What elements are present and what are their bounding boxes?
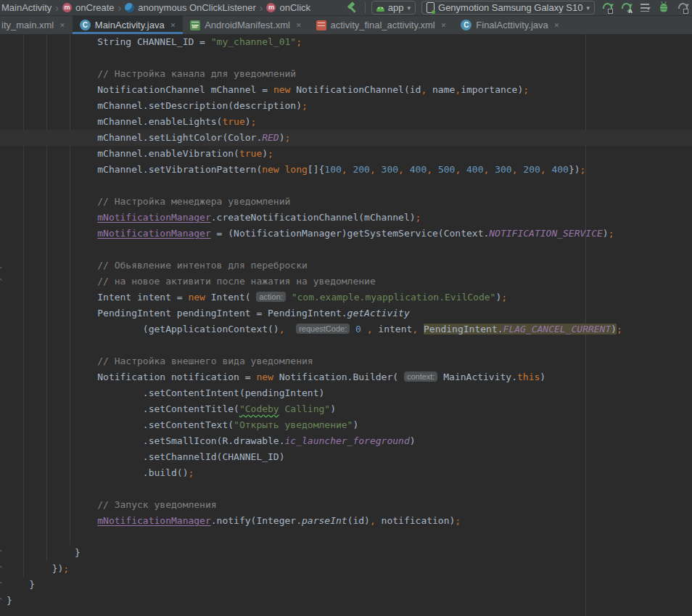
code-line[interactable]: mNotificationManager.createNotificationC… [0,210,692,226]
code-segment: new [273,84,290,95]
code-line[interactable]: mChannel.setDescription(description); [0,98,692,114]
code-line[interactable]: }); [0,561,692,577]
fold-marker-icon[interactable]: ⌃ [0,580,4,590]
tab-activity-main-xml[interactable]: ity_main.xml ✕ [0,16,73,34]
code-segment [350,324,355,334]
code-segment: mNotificationManager [97,228,211,239]
code-line[interactable]: PendingIntent pendingIntent = PendingInt… [0,305,692,321]
code-segment: , [398,164,404,175]
code-line[interactable]: // Настройка внешнего вида уведомления [0,353,692,369]
code-line[interactable]: .setSmallIcon(R.drawable.ic_launcher_for… [0,433,692,449]
code-line[interactable]: // Обьявление интентов для переброски [0,258,692,274]
breadcrumb-item-oncreate[interactable]: m onCreate [62,2,114,13]
build-button[interactable] [346,1,359,15]
code-line[interactable]: NotificationChannel mChannel = new Notif… [0,82,692,98]
breadcrumb-item-onclick[interactable]: m onClick [266,2,310,13]
code-line[interactable]: .setChannelId(CHANNEL_ID) [0,449,692,465]
breadcrumb-item-mainactivity[interactable]: MainActivity [1,2,52,13]
code-segment: ) [353,419,358,430]
tab-label: activity_final_acttivity.xml [331,20,435,30]
code-segment: .notify(Integer. [211,515,302,526]
debug-button[interactable] [657,1,670,15]
code-line[interactable]: } [0,593,692,609]
tab-finalacttivity-java[interactable]: C FinalActtivity.java ✕ [453,16,567,34]
code-segment: Intent intent = [97,292,188,303]
code-line[interactable] [0,337,692,353]
code-segment: , [427,164,432,175]
close-icon[interactable]: ✕ [170,22,176,29]
code-segment: ic_launcher_foreground [285,435,410,446]
profiler-button[interactable] [638,1,651,15]
code-line[interactable]: (getApplicationContext(), requestCode: 0… [0,321,692,337]
fold-marker-icon[interactable]: ⌃ [0,596,4,606]
code-line[interactable]: Notification notification = new Notifica… [0,369,692,385]
code-segment: ) [330,403,336,414]
editor-tab-bar: ity_main.xml ✕ C MainActivity.java ✕ MF … [0,16,692,34]
fold-marker-icon[interactable]: ⌃ [0,276,4,287]
code-line[interactable]: .setContentIntent(pendingIntent) [0,385,692,401]
attach-debugger-button[interactable] [676,1,689,15]
code-segment: mNotificationManager [97,212,211,223]
code-segment: }) [52,563,64,574]
close-icon[interactable]: ✕ [59,22,65,29]
close-icon[interactable]: ✕ [296,22,302,29]
code-line[interactable]: mChannel.enableLights(true); [0,114,692,130]
apply-changes-button[interactable] [601,1,614,15]
code-line[interactable]: // Настройка канала для уведомлений [0,66,692,82]
code-line[interactable]: mNotificationManager = (NotificationMana… [0,226,692,242]
code-line[interactable]: } [0,577,692,593]
editor[interactable]: String CHANNEL_ID = "my_channel_01"; // … [0,34,692,616]
apply-code-changes-button[interactable]: A [619,1,633,15]
code-line[interactable] [0,529,692,545]
code-segment: NotificationChannel(id [290,84,421,95]
code-segment [286,292,292,303]
code-segment: ; [188,467,194,478]
code-area[interactable]: String CHANNEL_ID = "my_channel_01"; // … [0,34,692,609]
code-segment: 100 [324,164,341,175]
close-icon[interactable]: ✕ [554,22,560,29]
fold-marker-icon[interactable]: ⌃ [0,548,4,558]
code-line[interactable] [0,481,692,497]
device-selector[interactable]: Genymotion Samsung Galaxy S10 ▾ [421,1,595,15]
close-icon[interactable]: ✕ [441,22,447,29]
code-line[interactable]: .build(); [0,465,692,481]
code-line[interactable]: .setContentTitle("Codeby Calling") [0,401,692,417]
code-line[interactable]: // на новое активити после нажатия на ув… [0,274,692,289]
android-studio-window: MainActivity › m onCreate › anonymous On… [0,0,692,616]
breadcrumb-item-anonymous-onclicklistener[interactable]: anonymous OnClickListener [125,2,256,13]
code-line[interactable]: Intent intent = new Intent( action: "com… [0,289,692,305]
fold-marker-icon[interactable]: ⌃ [0,564,4,574]
code-segment: new [262,164,279,175]
code-line[interactable]: String CHANNEL_ID = "my_channel_01"; [0,34,692,50]
code-line[interactable]: .setContentText("Открыть уведомление") [0,417,692,433]
code-line[interactable] [0,178,692,194]
code-line[interactable] [0,50,692,66]
parameter-hint-badge: action: [256,292,285,302]
code-line[interactable]: mNotificationManager.notify(Integer.pars… [0,513,692,529]
code-line[interactable]: } [0,545,692,561]
code-line[interactable]: // Запуск уведомления [0,497,692,513]
code-line[interactable]: // Настройка менеджера уведомлений [0,194,692,210]
breadcrumb-label: onClick [279,2,310,13]
code-segment: 200 [353,164,369,175]
run-configuration-selector[interactable]: app ▾ [371,1,416,15]
code-segment: long [285,164,308,175]
layout-xml-icon [316,20,326,30]
code-segment: new [256,371,273,382]
code-segment [461,164,466,175]
fold-marker-icon[interactable]: ⌄ [0,260,4,271]
tab-activity-final-acttivity-xml[interactable]: activity_final_acttivity.xml ✕ [309,16,454,34]
code-segment: , [455,84,461,95]
breadcrumb-label: anonymous OnClickListener [138,2,256,13]
code-line[interactable]: mChannel.enableVibration(true); [0,146,692,162]
code-line[interactable]: mChannel.setVibrationPattern(new long[]{… [0,162,692,178]
code-segment: ) [410,435,416,446]
code-line[interactable]: mChannel.setLightColor(Color.RED); [0,130,692,146]
code-segment: "Открыть уведомление" [234,419,353,430]
code-segment: mChannel.enableLights( [97,116,222,127]
tab-androidmanifest-xml[interactable]: MF AndroidManifest.xml ✕ [183,16,308,34]
tab-mainactivity-java[interactable]: C MainActivity.java ✕ [73,16,183,34]
code-segment: // Обьявление интентов для переброски [97,260,308,271]
code-segment: }) [569,164,580,175]
code-line[interactable] [0,242,692,258]
